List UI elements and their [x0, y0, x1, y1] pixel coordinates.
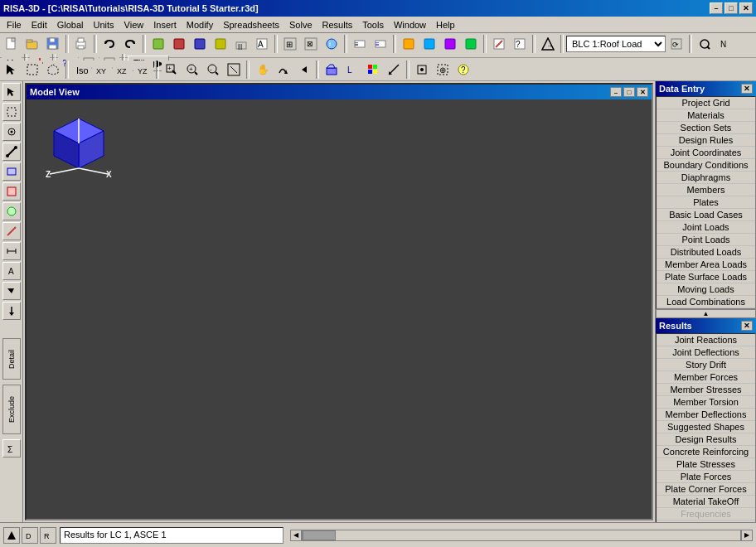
- panel-scroll-btn[interactable]: ▲: [656, 309, 756, 318]
- status-icon-2[interactable]: D: [22, 527, 38, 544]
- menu-window[interactable]: Window: [389, 18, 431, 31]
- left-btn-circle[interactable]: [2, 202, 21, 220]
- toolbar2-btn-d[interactable]: YZ: [133, 61, 153, 79]
- toolbar-btn-i[interactable]: i: [322, 35, 342, 53]
- menu-tools[interactable]: Tools: [357, 18, 389, 31]
- results-item[interactable]: Plate Corner Forces: [657, 483, 755, 496]
- data-entry-item[interactable]: Joint Loads: [657, 221, 755, 234]
- zoom-prev-btn[interactable]: [293, 61, 313, 79]
- model-view-close[interactable]: ✕: [637, 87, 648, 97]
- menu-spreadsheets[interactable]: Spreadsheets: [218, 18, 284, 31]
- model-view-minimize[interactable]: –: [610, 87, 622, 97]
- results-item[interactable]: Story Drift: [657, 359, 755, 371]
- data-entry-item[interactable]: Plates: [657, 196, 755, 209]
- data-entry-close[interactable]: ✕: [741, 84, 753, 94]
- toolbar-btn-n[interactable]: [440, 35, 460, 53]
- print-button[interactable]: [71, 35, 91, 53]
- data-entry-item[interactable]: Basic Load Cases: [657, 209, 755, 221]
- toolbar-btn-k[interactable]: ≡: [371, 35, 390, 53]
- undo-button[interactable]: [99, 35, 119, 53]
- detail-label[interactable]: Detail: [2, 338, 21, 380]
- toolbar-btn-p[interactable]: [489, 35, 509, 53]
- status-icon-1[interactable]: [3, 527, 20, 544]
- left-btn-node[interactable]: [2, 123, 21, 141]
- label-btn[interactable]: L: [342, 61, 362, 79]
- render-btn[interactable]: [322, 61, 342, 79]
- toolbar-btn-r[interactable]: →: [538, 35, 558, 53]
- hscroll-track[interactable]: [302, 530, 741, 541]
- hscroll-right[interactable]: ▶: [741, 530, 753, 541]
- results-item[interactable]: Plate Forces: [657, 471, 755, 483]
- toolbar-btn-j[interactable]: ≡: [350, 35, 370, 53]
- results-item[interactable]: Joint Reactions: [657, 334, 755, 346]
- toolbar-btn-s[interactable]: ⟳: [666, 35, 686, 53]
- load-case-dropdown[interactable]: BLC 1:Roof Load: [566, 36, 666, 52]
- toolbar-btn-a[interactable]: [148, 35, 168, 53]
- rotate-btn[interactable]: [273, 61, 293, 79]
- data-entry-item[interactable]: Boundary Conditions: [657, 159, 755, 172]
- left-btn-dimension[interactable]: [2, 242, 21, 260]
- toolbar-btn-u[interactable]: N: [715, 35, 735, 53]
- data-entry-item[interactable]: Plate Surface Loads: [657, 271, 755, 283]
- toolbar-btn-e[interactable]: |||: [231, 35, 251, 53]
- toolbar-btn-d[interactable]: [211, 35, 230, 53]
- color-btn[interactable]: [363, 61, 383, 79]
- toolbar2-btn-c[interactable]: XZ: [113, 61, 133, 79]
- data-entry-item[interactable]: Distributed Loads: [657, 246, 755, 259]
- left-btn-arrow[interactable]: [2, 282, 21, 300]
- left-btn-line[interactable]: [2, 222, 21, 240]
- polygon-select-btn[interactable]: [43, 61, 63, 79]
- results-item[interactable]: Frequencies: [657, 508, 755, 520]
- toolbar2-btn-a[interactable]: Iso: [71, 61, 91, 79]
- toolbar-btn-g[interactable]: ⊞: [280, 35, 300, 53]
- menu-insert[interactable]: Insert: [148, 18, 182, 31]
- left-btn-member[interactable]: [2, 143, 21, 161]
- help2-btn[interactable]: ?: [453, 61, 473, 79]
- data-entry-item[interactable]: Diaphragms: [657, 172, 755, 184]
- results-item[interactable]: Material TakeOff: [657, 496, 755, 508]
- open-button[interactable]: [22, 35, 42, 53]
- results-item[interactable]: Member Deflections: [657, 409, 755, 421]
- zoom-in-btn[interactable]: +: [182, 61, 202, 79]
- menu-help[interactable]: Help: [431, 18, 460, 31]
- toolbar-btn-c[interactable]: [190, 35, 210, 53]
- toolbar-btn-b[interactable]: [169, 35, 189, 53]
- zoom-out-btn[interactable]: -: [203, 61, 223, 79]
- menu-file[interactable]: File: [2, 18, 27, 31]
- toolbar-btn-m[interactable]: [419, 35, 439, 53]
- data-entry-item[interactable]: Design Rules: [657, 134, 755, 147]
- results-item[interactable]: Concrete Reinforcing: [657, 446, 755, 458]
- modify2-btn[interactable]: [412, 61, 432, 79]
- toolbar-btn-t[interactable]: [695, 35, 715, 53]
- select-btn[interactable]: [2, 61, 22, 79]
- minimize-button[interactable]: –: [710, 2, 723, 14]
- draw-btn[interactable]: [384, 61, 404, 79]
- data-entry-item[interactable]: Members: [657, 184, 755, 196]
- left-btn-plate[interactable]: [2, 162, 21, 181]
- zoom-all-btn[interactable]: [224, 61, 244, 79]
- toolbar-btn-q[interactable]: ?: [510, 35, 530, 53]
- model-view-content[interactable]: Z X: [27, 99, 652, 519]
- status-icon-3[interactable]: R: [40, 527, 56, 544]
- exclude-label[interactable]: Exclude: [2, 385, 21, 434]
- box-select-btn[interactable]: [22, 61, 42, 79]
- hscroll-left[interactable]: ◀: [290, 530, 302, 541]
- toolbar-btn-o[interactable]: [461, 35, 481, 53]
- menu-edit[interactable]: Edit: [27, 18, 52, 31]
- close-button[interactable]: ✕: [739, 2, 753, 14]
- toolbar-btn-h[interactable]: ⊠: [301, 35, 321, 53]
- data-entry-item[interactable]: Point Loads: [657, 234, 755, 246]
- menu-units[interactable]: Units: [89, 18, 119, 31]
- left-btn-text[interactable]: A: [2, 262, 21, 280]
- toolbar2-btn-b[interactable]: XY: [92, 61, 112, 79]
- results-item[interactable]: Member Torsion: [657, 396, 755, 409]
- hscroll-thumb[interactable]: [303, 530, 336, 540]
- toolbar-btn-f[interactable]: A: [252, 35, 272, 53]
- results-item[interactable]: Design Results: [657, 433, 755, 446]
- maximize-button[interactable]: □: [724, 2, 738, 14]
- left-btn-box2[interactable]: [2, 182, 21, 201]
- data-entry-item[interactable]: Moving Loads: [657, 283, 755, 296]
- pan-btn[interactable]: ✋: [252, 61, 272, 79]
- data-entry-item[interactable]: Project Grid: [657, 97, 755, 109]
- menu-results[interactable]: Results: [317, 18, 358, 31]
